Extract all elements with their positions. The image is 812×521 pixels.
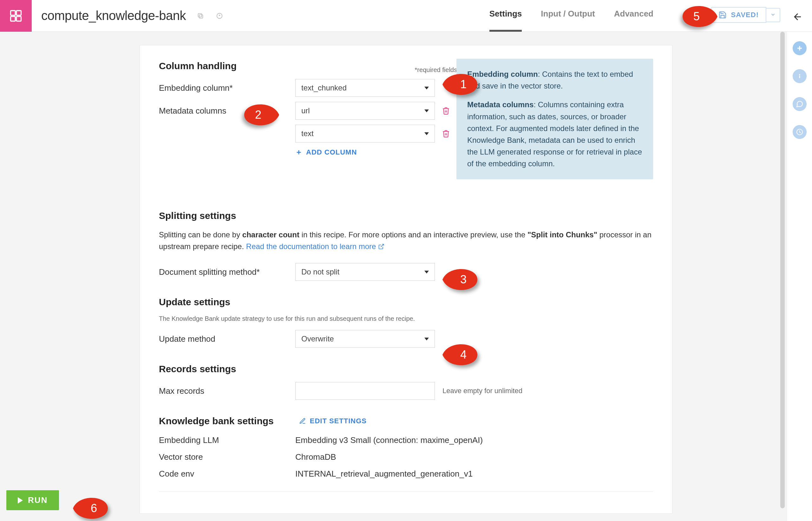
help-panel: Embedding column: Contains the text to e…: [457, 59, 653, 179]
scrollbar-thumb[interactable]: [780, 32, 785, 508]
update-description: The Knowledge Bank update strategy to us…: [159, 315, 653, 322]
splitting-description: Splitting can be done by character count…: [159, 229, 653, 252]
kb-vectorstore-label: Vector store: [159, 452, 295, 462]
settings-panel: Column handling *required fields Embeddi…: [140, 45, 672, 514]
saved-dropdown[interactable]: [766, 8, 780, 22]
refresh-icon[interactable]: [213, 9, 226, 22]
save-button-group: SAVED!: [711, 7, 781, 23]
delete-metadata-0[interactable]: [442, 107, 450, 115]
embedding-column-value: text_chunked: [301, 84, 347, 92]
tab-bar: Settings Input / Output Advanced: [489, 0, 653, 32]
splitting-doc-link[interactable]: Read the documentation to learn more: [246, 242, 385, 251]
kb-codeenv-label: Code env: [159, 469, 295, 479]
column-handling-heading: Column handling: [159, 61, 237, 71]
metadata-column-value-1: text: [301, 129, 314, 138]
title-actions: [194, 9, 226, 22]
update-heading: Update settings: [159, 297, 653, 308]
rail-info-icon[interactable]: [793, 69, 807, 83]
kb-codeenv-value: INTERNAL_retrieval_augmented_generation_…: [295, 469, 472, 479]
embedding-column-label: Embedding column*: [159, 83, 295, 93]
chevron-down-icon: [424, 271, 429, 273]
annotation-6: 6: [73, 496, 108, 520]
splitting-method-select[interactable]: Do not split: [295, 263, 435, 281]
update-method-label: Update method: [159, 334, 295, 344]
trash-icon: [442, 130, 450, 138]
update-method-select[interactable]: Overwrite: [295, 330, 435, 348]
right-rail: [787, 32, 812, 521]
svg-line-10: [380, 244, 384, 247]
edit-settings-button[interactable]: EDIT SETTINGS: [299, 417, 367, 425]
copy-icon[interactable]: [194, 9, 207, 22]
saved-label: SAVED!: [731, 11, 759, 19]
max-records-input[interactable]: [295, 382, 435, 400]
svg-rect-1: [17, 10, 21, 15]
rail-history-icon[interactable]: [793, 125, 807, 139]
help-embedding-term: Embedding column: [467, 70, 538, 78]
delete-metadata-1[interactable]: [442, 130, 450, 138]
required-fields-note: *required fields: [415, 66, 457, 74]
max-records-hint: Leave empty for unlimited: [442, 387, 523, 395]
splitting-method-label: Document splitting method*: [159, 267, 295, 277]
saved-button[interactable]: SAVED!: [711, 7, 767, 23]
rail-add-icon[interactable]: [793, 41, 807, 55]
splitting-heading: Splitting settings: [159, 210, 653, 221]
tab-input-output[interactable]: Input / Output: [541, 0, 595, 32]
max-records-label: Max records: [159, 386, 295, 396]
svg-rect-5: [198, 13, 202, 17]
external-link-icon: [378, 243, 385, 250]
chevron-down-icon: [424, 110, 429, 112]
kb-llm-value: Embedding v3 Small (connection: maxime_o…: [295, 435, 483, 445]
svg-rect-2: [11, 16, 16, 21]
svg-rect-4: [199, 15, 203, 18]
chevron-down-icon: [770, 12, 776, 18]
trash-icon: [442, 107, 450, 115]
run-label: RUN: [28, 495, 48, 505]
rail-chat-icon[interactable]: [793, 97, 807, 111]
metadata-column-value-0: url: [301, 106, 310, 115]
svg-rect-8: [799, 75, 800, 78]
help-metadata-desc: : Columns containing extra information, …: [467, 100, 642, 168]
save-icon: [718, 11, 727, 19]
kb-heading: Knowledge bank settings: [159, 416, 274, 427]
recipe-type-icon: [0, 0, 32, 32]
page-title: compute_knowledge-bank: [41, 8, 186, 23]
metadata-column-select-0[interactable]: url: [295, 102, 435, 120]
tab-advanced[interactable]: Advanced: [614, 0, 653, 32]
svg-point-7: [799, 74, 800, 75]
add-column-label: ADD COLUMN: [306, 148, 357, 156]
back-arrow-icon[interactable]: [792, 12, 803, 23]
chevron-down-icon: [424, 338, 429, 340]
svg-rect-3: [17, 16, 21, 21]
run-button[interactable]: RUN: [6, 490, 59, 510]
kb-vectorstore-value: ChromaDB: [295, 452, 336, 462]
kb-llm-label: Embedding LLM: [159, 435, 295, 445]
update-method-value: Overwrite: [301, 335, 334, 343]
metadata-columns-label: Metadata columns: [159, 106, 295, 116]
chevron-down-icon: [424, 132, 429, 135]
metadata-column-select-1[interactable]: text: [295, 125, 435, 142]
top-bar: compute_knowledge-bank Settings Input / …: [0, 0, 812, 32]
splitting-method-value: Do not split: [301, 268, 340, 276]
tab-settings[interactable]: Settings: [489, 0, 522, 32]
plus-icon: [295, 149, 302, 156]
svg-rect-0: [11, 10, 16, 15]
help-metadata-term: Metadata columns: [467, 100, 534, 109]
play-icon: [18, 497, 23, 503]
chevron-down-icon: [424, 87, 429, 89]
records-heading: Records settings: [159, 364, 653, 375]
pencil-icon: [299, 417, 306, 425]
edit-settings-label: EDIT SETTINGS: [310, 417, 367, 425]
embedding-column-select[interactable]: text_chunked: [295, 79, 435, 97]
